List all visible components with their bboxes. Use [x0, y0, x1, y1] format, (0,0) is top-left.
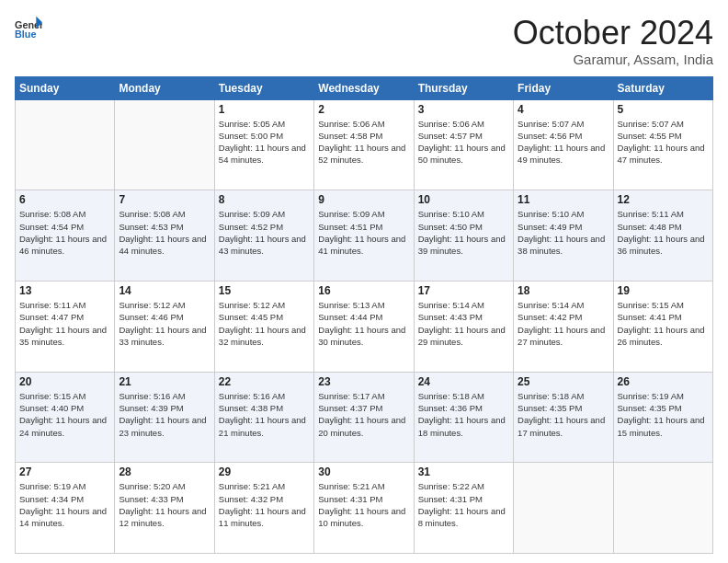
cell-info: Sunrise: 5:17 AMSunset: 4:37 PMDaylight:… — [318, 390, 409, 439]
calendar-cell: 3Sunrise: 5:06 AMSunset: 4:57 PMDaylight… — [414, 99, 513, 190]
calendar-cell: 19Sunrise: 5:15 AMSunset: 4:41 PMDayligh… — [613, 281, 712, 372]
calendar-cell: 14Sunrise: 5:12 AMSunset: 4:46 PMDayligh… — [115, 281, 214, 372]
calendar-cell: 24Sunrise: 5:18 AMSunset: 4:36 PMDayligh… — [414, 372, 513, 463]
cell-info: Sunrise: 5:06 AMSunset: 4:57 PMDaylight:… — [418, 118, 509, 167]
day-number: 7 — [119, 193, 210, 206]
weekday-header-wednesday: Wednesday — [314, 76, 414, 99]
day-number: 1 — [219, 103, 310, 116]
calendar-cell: 18Sunrise: 5:14 AMSunset: 4:42 PMDayligh… — [514, 281, 613, 372]
day-number: 18 — [518, 284, 609, 297]
calendar-cell: 4Sunrise: 5:07 AMSunset: 4:56 PMDaylight… — [514, 99, 613, 190]
day-number: 30 — [318, 465, 409, 478]
calendar-cell — [613, 463, 712, 554]
cell-info: Sunrise: 5:13 AMSunset: 4:44 PMDaylight:… — [318, 299, 409, 348]
cell-info: Sunrise: 5:21 AMSunset: 4:32 PMDaylight:… — [219, 480, 310, 529]
cell-info: Sunrise: 5:09 AMSunset: 4:51 PMDaylight:… — [318, 208, 409, 257]
calendar-week-row: 20Sunrise: 5:15 AMSunset: 4:40 PMDayligh… — [16, 372, 713, 463]
day-number: 2 — [318, 103, 409, 116]
cell-info: Sunrise: 5:07 AMSunset: 4:56 PMDaylight:… — [518, 118, 609, 167]
cell-info: Sunrise: 5:18 AMSunset: 4:36 PMDaylight:… — [418, 390, 509, 439]
calendar-cell: 9Sunrise: 5:09 AMSunset: 4:51 PMDaylight… — [314, 190, 414, 282]
day-number: 20 — [19, 375, 110, 388]
calendar-cell — [514, 463, 613, 554]
calendar-cell: 8Sunrise: 5:09 AMSunset: 4:52 PMDaylight… — [214, 190, 313, 282]
calendar-cell: 7Sunrise: 5:08 AMSunset: 4:53 PMDaylight… — [115, 190, 214, 282]
cell-info: Sunrise: 5:09 AMSunset: 4:52 PMDaylight:… — [219, 208, 310, 257]
cell-info: Sunrise: 5:18 AMSunset: 4:35 PMDaylight:… — [518, 390, 609, 439]
cell-info: Sunrise: 5:14 AMSunset: 4:42 PMDaylight:… — [518, 299, 609, 348]
cell-info: Sunrise: 5:05 AMSunset: 5:00 PMDaylight:… — [219, 118, 310, 167]
calendar-cell: 26Sunrise: 5:19 AMSunset: 4:35 PMDayligh… — [613, 372, 712, 463]
calendar-cell: 29Sunrise: 5:21 AMSunset: 4:32 PMDayligh… — [214, 463, 313, 554]
day-number: 11 — [518, 193, 609, 206]
day-number: 26 — [618, 375, 709, 388]
day-number: 8 — [219, 193, 310, 206]
calendar-header-row: SundayMondayTuesdayWednesdayThursdayFrid… — [16, 76, 713, 99]
cell-info: Sunrise: 5:20 AMSunset: 4:33 PMDaylight:… — [119, 480, 210, 529]
day-number: 12 — [618, 193, 709, 206]
cell-info: Sunrise: 5:15 AMSunset: 4:41 PMDaylight:… — [618, 299, 709, 348]
calendar-cell: 20Sunrise: 5:15 AMSunset: 4:40 PMDayligh… — [16, 372, 115, 463]
calendar-cell: 28Sunrise: 5:20 AMSunset: 4:33 PMDayligh… — [115, 463, 214, 554]
cell-info: Sunrise: 5:08 AMSunset: 4:53 PMDaylight:… — [119, 208, 210, 257]
calendar-cell: 10Sunrise: 5:10 AMSunset: 4:50 PMDayligh… — [414, 190, 513, 282]
day-number: 21 — [119, 375, 210, 388]
location: Garamur, Assam, India — [513, 52, 713, 67]
day-number: 22 — [219, 375, 310, 388]
calendar-cell: 13Sunrise: 5:11 AMSunset: 4:47 PMDayligh… — [16, 281, 115, 372]
day-number: 25 — [518, 375, 609, 388]
svg-text:Blue: Blue — [15, 29, 36, 40]
cell-info: Sunrise: 5:10 AMSunset: 4:50 PMDaylight:… — [418, 208, 509, 257]
generalblue-logo-icon: General Blue — [15, 15, 42, 42]
cell-info: Sunrise: 5:16 AMSunset: 4:39 PMDaylight:… — [119, 390, 210, 439]
day-number: 13 — [19, 284, 110, 297]
cell-info: Sunrise: 5:14 AMSunset: 4:43 PMDaylight:… — [418, 299, 509, 348]
cell-info: Sunrise: 5:21 AMSunset: 4:31 PMDaylight:… — [318, 480, 409, 529]
day-number: 15 — [219, 284, 310, 297]
calendar-week-row: 1Sunrise: 5:05 AMSunset: 5:00 PMDaylight… — [16, 99, 713, 190]
calendar-week-row: 13Sunrise: 5:11 AMSunset: 4:47 PMDayligh… — [16, 281, 713, 372]
calendar-cell: 23Sunrise: 5:17 AMSunset: 4:37 PMDayligh… — [314, 372, 414, 463]
calendar-cell: 12Sunrise: 5:11 AMSunset: 4:48 PMDayligh… — [613, 190, 712, 282]
day-number: 9 — [318, 193, 409, 206]
day-number: 19 — [618, 284, 709, 297]
calendar-cell: 5Sunrise: 5:07 AMSunset: 4:55 PMDaylight… — [613, 99, 712, 190]
cell-info: Sunrise: 5:12 AMSunset: 4:46 PMDaylight:… — [119, 299, 210, 348]
day-number: 3 — [418, 103, 509, 116]
calendar-cell: 21Sunrise: 5:16 AMSunset: 4:39 PMDayligh… — [115, 372, 214, 463]
day-number: 31 — [418, 465, 509, 478]
weekday-header-monday: Monday — [115, 76, 214, 99]
day-number: 27 — [19, 465, 110, 478]
calendar-cell: 2Sunrise: 5:06 AMSunset: 4:58 PMDaylight… — [314, 99, 414, 190]
calendar-cell: 30Sunrise: 5:21 AMSunset: 4:31 PMDayligh… — [314, 463, 414, 554]
day-number: 23 — [318, 375, 409, 388]
day-number: 4 — [518, 103, 609, 116]
day-number: 29 — [219, 465, 310, 478]
cell-info: Sunrise: 5:08 AMSunset: 4:54 PMDaylight:… — [19, 208, 110, 257]
cell-info: Sunrise: 5:12 AMSunset: 4:45 PMDaylight:… — [219, 299, 310, 348]
calendar-cell: 1Sunrise: 5:05 AMSunset: 5:00 PMDaylight… — [214, 99, 313, 190]
cell-info: Sunrise: 5:07 AMSunset: 4:55 PMDaylight:… — [618, 118, 709, 167]
day-number: 14 — [119, 284, 210, 297]
day-number: 17 — [418, 284, 509, 297]
cell-info: Sunrise: 5:19 AMSunset: 4:35 PMDaylight:… — [618, 390, 709, 439]
calendar-cell: 16Sunrise: 5:13 AMSunset: 4:44 PMDayligh… — [314, 281, 414, 372]
calendar-cell: 25Sunrise: 5:18 AMSunset: 4:35 PMDayligh… — [514, 372, 613, 463]
day-number: 10 — [418, 193, 509, 206]
calendar-cell: 11Sunrise: 5:10 AMSunset: 4:49 PMDayligh… — [514, 190, 613, 282]
cell-info: Sunrise: 5:22 AMSunset: 4:31 PMDaylight:… — [418, 480, 509, 529]
day-number: 6 — [19, 193, 110, 206]
calendar-week-row: 6Sunrise: 5:08 AMSunset: 4:54 PMDaylight… — [16, 190, 713, 282]
cell-info: Sunrise: 5:06 AMSunset: 4:58 PMDaylight:… — [318, 118, 409, 167]
calendar-cell: 27Sunrise: 5:19 AMSunset: 4:34 PMDayligh… — [16, 463, 115, 554]
weekday-header-tuesday: Tuesday — [214, 76, 313, 99]
cell-info: Sunrise: 5:15 AMSunset: 4:40 PMDaylight:… — [19, 390, 110, 439]
calendar-cell: 6Sunrise: 5:08 AMSunset: 4:54 PMDaylight… — [16, 190, 115, 282]
calendar-cell: 31Sunrise: 5:22 AMSunset: 4:31 PMDayligh… — [414, 463, 513, 554]
logo: General Blue — [15, 15, 42, 42]
cell-info: Sunrise: 5:19 AMSunset: 4:34 PMDaylight:… — [19, 480, 110, 529]
page: General Blue October 2024 Garamur, Assam… — [0, 0, 728, 563]
weekday-header-thursday: Thursday — [414, 76, 513, 99]
calendar-cell — [16, 99, 115, 190]
cell-info: Sunrise: 5:10 AMSunset: 4:49 PMDaylight:… — [518, 208, 609, 257]
